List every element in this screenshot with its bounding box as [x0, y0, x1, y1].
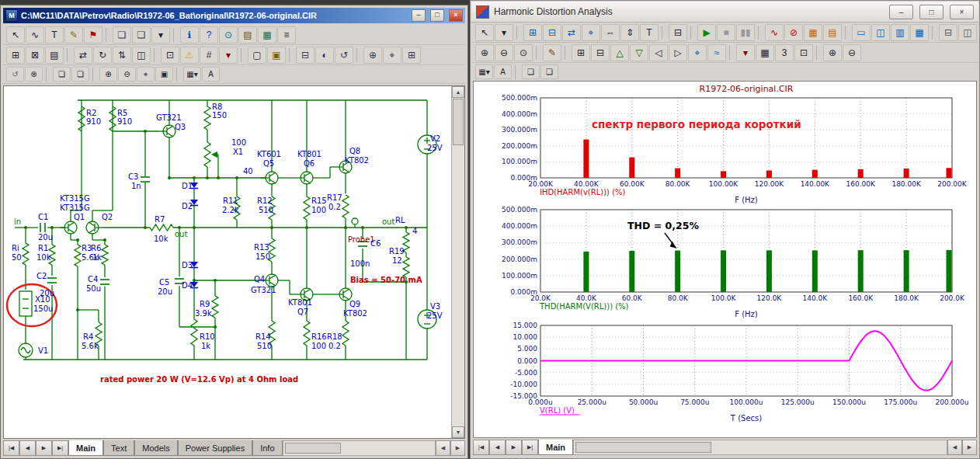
trace-legend[interactable]: V(RL) (V) [540, 406, 575, 415]
schematic-label[interactable]: GT321 [156, 113, 182, 122]
schematic-label[interactable]: R4 [83, 332, 93, 341]
one-pane-icon[interactable]: ▭ [852, 24, 871, 41]
schematic-label[interactable]: 25V [427, 144, 443, 152]
horizontal-scrollbar[interactable] [573, 440, 947, 455]
edit-icon[interactable]: ✎ [543, 44, 561, 61]
schematic-label[interactable]: X1 [233, 148, 243, 156]
data-points-icon[interactable]: ▦ [804, 24, 822, 41]
region-icon[interactable]: ⊟ [296, 47, 315, 64]
harmonic-bar[interactable] [675, 169, 680, 178]
right-title-bar[interactable]: Harmonic Distortion Analysis – □ × [471, 2, 978, 23]
schematic-label[interactable]: R12 [257, 196, 273, 205]
harmonic-bar[interactable] [904, 169, 909, 178]
schematic-label[interactable]: R16 [311, 332, 327, 341]
schematic-label[interactable]: R13 [254, 243, 269, 252]
mirror-icon[interactable]: ◫ [132, 47, 151, 64]
font-icon[interactable]: A [494, 64, 512, 79]
schematic-label[interactable]: 100 [311, 206, 326, 214]
maximize-button[interactable]: □ [430, 9, 444, 22]
harmonic-bar[interactable] [812, 170, 818, 178]
limits-icon[interactable]: ⊟ [591, 44, 610, 61]
schematic-label[interactable]: Q5 [263, 159, 274, 168]
schematic-label[interactable]: KT315G [60, 203, 90, 212]
flip-vertical-icon[interactable]: ⇅ [113, 47, 131, 64]
harmonic-bar[interactable] [947, 250, 952, 292]
schematic-label[interactable]: R8 [212, 103, 222, 111]
minimize-button[interactable]: – [412, 9, 426, 22]
tab-scroll-next[interactable]: ▶ [36, 440, 52, 456]
scroll-down-button[interactable]: ▼ [452, 426, 464, 438]
schematic-label[interactable]: V2 [430, 134, 440, 143]
worksheet-icon[interactable]: ▦ [258, 26, 276, 43]
help-icon[interactable]: ? [200, 26, 218, 43]
tab-scroll-last[interactable]: ▶| [522, 440, 538, 455]
text-icon[interactable]: T [640, 24, 659, 41]
schematic-label[interactable]: 12 [392, 256, 402, 265]
schematic-label[interactable]: KT802 [345, 156, 369, 165]
schematic-label[interactable]: R14 [255, 332, 271, 341]
trace-legend[interactable]: THD(HARM(V(RL))) (%) [539, 302, 629, 311]
harmonic-bar[interactable] [766, 171, 772, 178]
maximize-button[interactable]: □ [919, 5, 944, 19]
undo-icon[interactable]: ↺ [335, 47, 353, 64]
schematic-label[interactable]: 100n [350, 259, 370, 268]
tab-scroll-first[interactable]: |◀ [3, 440, 19, 456]
schematic-label[interactable]: V1 [38, 346, 48, 355]
schematic-label[interactable]: R2 [86, 109, 96, 117]
trace-legend[interactable]: IHD(HARM(v(RL))) (%) [540, 188, 626, 196]
info-icon[interactable]: ℹ [180, 26, 199, 43]
schematic-label[interactable]: Q3 [175, 123, 186, 131]
tab-scroll-next[interactable]: ▶ [506, 440, 522, 455]
schematic-label[interactable]: 100 [311, 342, 326, 350]
horizontal-scroll-thumb[interactable] [285, 443, 341, 454]
mirror-half-icon[interactable]: ◐ [315, 47, 334, 64]
plot-area[interactable] [540, 98, 952, 178]
stop-icon[interactable]: ■ [717, 24, 735, 41]
zoom-mode-icon[interactable]: ⊞ [523, 24, 542, 41]
mode-dropdown-icon[interactable]: ▾ [151, 26, 170, 43]
schematic-label[interactable]: V3 [430, 302, 440, 311]
schematic-label[interactable]: D2 [182, 202, 193, 210]
schematic-label[interactable]: 510 [259, 206, 273, 214]
tab-models[interactable]: Models [134, 440, 177, 456]
select-area-icon[interactable]: ⊠ [26, 47, 44, 64]
color-dropdown-icon[interactable]: ▾ [219, 47, 238, 64]
close-button[interactable]: × [449, 9, 463, 22]
schematic-label[interactable]: 20u [38, 233, 53, 242]
schematic-label[interactable]: R15 [311, 196, 327, 205]
ruler-icon[interactable]: ▤ [823, 24, 842, 41]
split-horizontal-icon[interactable]: ⊟ [939, 24, 957, 41]
vertical-tag-icon[interactable]: ⇕ [620, 24, 639, 41]
schematic-label[interactable]: R18 [327, 332, 342, 341]
open-document-icon[interactable]: ▣ [267, 47, 286, 64]
schematic-label[interactable]: 0.2 [328, 342, 341, 350]
browser-icon[interactable]: ⊙ [219, 26, 238, 43]
peak-icon[interactable]: △ [610, 44, 629, 61]
schematic-label[interactable]: Q8 [349, 147, 360, 155]
move-icon[interactable]: ⇄ [74, 47, 92, 64]
schematic-label[interactable]: R10 [200, 332, 215, 341]
pin-connect-icon[interactable]: ⊞ [6, 47, 25, 64]
schematic-label[interactable]: 1k [92, 253, 102, 262]
harmonic-bar[interactable] [629, 251, 634, 292]
schematic-label[interactable]: 10k [154, 235, 169, 243]
schematic-label[interactable]: KT802 [343, 309, 367, 318]
periods-icon[interactable]: 3 [775, 44, 794, 61]
schematic-label[interactable]: 150u [33, 304, 53, 313]
schematic-label[interactable]: R17 [327, 193, 342, 202]
tab-info[interactable]: Info [252, 440, 282, 456]
copy-graph-icon[interactable]: ❏ [522, 64, 540, 79]
schematic-label[interactable]: Q4 [254, 275, 265, 283]
horizontal-scroll-thumb[interactable] [575, 442, 711, 453]
scroll-left-button[interactable]: ◀ [436, 440, 450, 456]
left-title-bar[interactable]: M C:\MC11\DATA\Petrov\Radio\R1972-06_Bat… [3, 8, 465, 23]
tab-power-supplies[interactable]: Power Supplies [178, 440, 252, 456]
harmonic-bar[interactable] [858, 169, 864, 178]
schematic-label[interactable]: Q9 [349, 300, 360, 308]
horizontal-tag-icon[interactable]: ⇔ [601, 24, 620, 41]
clipboard-icon[interactable]: ❏ [113, 26, 131, 43]
harmonic-bar[interactable] [904, 250, 909, 292]
schematic-label[interactable]: D3 [182, 261, 193, 269]
three-pane-icon[interactable]: ▥ [891, 24, 909, 41]
cursor-menu-icon[interactable]: ▾ [495, 24, 513, 41]
